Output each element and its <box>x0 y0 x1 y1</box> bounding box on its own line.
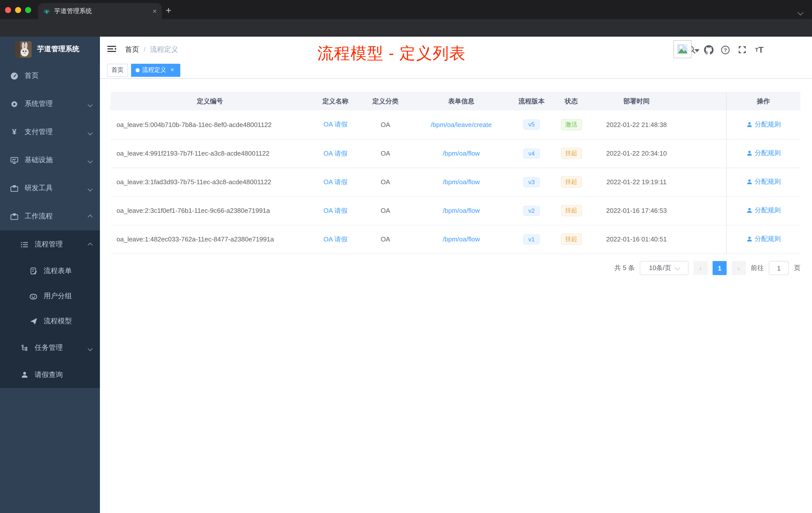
tab-close-icon[interactable]: × <box>153 7 157 15</box>
sidebar-logo-bar: 芋道管理系统 <box>0 37 100 62</box>
current-page-button[interactable]: 1 <box>713 261 727 275</box>
definition-name-link[interactable]: OA 请假 <box>323 235 347 243</box>
form-link[interactable]: /bpm/oa/flow <box>443 150 480 157</box>
definition-name-link[interactable]: OA 请假 <box>323 149 347 157</box>
font-size-icon[interactable]: TT <box>753 44 765 56</box>
top-navbar: 首页 / 流程定义 ? TT 流程模型 - 定义列表 <box>100 37 812 62</box>
sidebar-item-user-group[interactable]: 用户分组 <box>0 283 100 309</box>
next-page-button[interactable]: › <box>732 261 746 275</box>
breadcrumb-separator: / <box>144 45 146 54</box>
sidebar-item-label: 任务管理 <box>35 343 63 352</box>
version-badge: v5 <box>523 120 540 130</box>
sidebar-item-label: 基础设施 <box>25 156 53 164</box>
version-badge: v2 <box>523 206 540 216</box>
sidebar-item-process-mgmt[interactable]: 流程管理 <box>0 231 100 259</box>
cell-deploy-time: 2022-01-16 01:40:51 <box>592 225 680 253</box>
browser-tabstrip: 芋道管理系统 × + <box>0 0 812 19</box>
app-logo-rabbit <box>15 41 32 58</box>
sidebar-item-infra[interactable]: 基础设施 <box>0 146 100 174</box>
form-link[interactable]: /bpm/oa/flow <box>443 235 480 243</box>
sidebar-item-system[interactable]: 系统管理 <box>0 90 100 118</box>
form-link[interactable]: /bpm/oa/flow <box>443 178 480 186</box>
form-link[interactable]: /bpm/oa/flow <box>443 207 480 214</box>
sidebar-item-label: 流程管理 <box>35 240 63 249</box>
table-row: oa_leave:5:004b710b-7b8a-11ec-8ef0-acde4… <box>111 111 801 139</box>
definition-name-link[interactable]: OA 请假 <box>323 207 347 214</box>
yen-icon: ¥ <box>10 128 19 136</box>
github-icon[interactable] <box>702 44 715 56</box>
goto-page-input[interactable] <box>769 261 789 275</box>
avatar[interactable] <box>673 40 692 58</box>
zoom-window-button[interactable] <box>25 7 31 13</box>
col-header-ops: 操作 <box>726 92 801 111</box>
definition-name-link[interactable]: OA 请假 <box>323 178 347 185</box>
sidebar-item-leave-query[interactable]: 请假查询 <box>0 362 100 388</box>
assign-rule-link[interactable]: 分配规则 <box>746 235 781 244</box>
sidebar: 芋道管理系统 首页 系统管理 ¥ 支付管理 基础设施 <box>0 37 100 513</box>
assign-rule-label: 分配规则 <box>755 149 781 158</box>
assign-rule-link[interactable]: 分配规则 <box>746 120 781 129</box>
avatar-caret-icon[interactable] <box>695 49 699 52</box>
tab-search-chevron-icon[interactable] <box>799 7 803 12</box>
close-window-button[interactable] <box>5 7 11 13</box>
cell-deploy-time: 2022-01-22 21:48:38 <box>592 111 680 139</box>
dashboard-icon <box>10 71 19 80</box>
breadcrumb-current: 流程定义 <box>150 45 178 54</box>
tag-close-icon[interactable]: × <box>169 66 176 73</box>
sidebar-item-process-model[interactable]: 流程模型 <box>0 309 100 334</box>
pagination: 共 5 条 10条/页 ‹ 1 › 前往 页 <box>614 261 801 275</box>
col-header: 定义名称 <box>309 92 361 111</box>
status-badge: 激活 <box>561 119 582 130</box>
assign-rule-label: 分配规则 <box>755 177 781 186</box>
status-badge: 挂起 <box>561 205 582 216</box>
definition-name-link[interactable]: OA 请假 <box>323 121 347 128</box>
sidebar-item-payment[interactable]: ¥ 支付管理 <box>0 118 100 146</box>
col-header: 部署时间 <box>592 92 680 111</box>
assign-rule-link[interactable]: 分配规则 <box>746 177 781 186</box>
sidebar-item-label: 系统管理 <box>25 99 53 109</box>
sidebar-item-label: 研发工具 <box>25 184 53 193</box>
cell-definition-id: oa_leave:1:482ec033-762a-11ec-8477-a2380… <box>111 225 309 253</box>
sidebar-item-home[interactable]: 首页 <box>0 62 100 90</box>
tag-label: 流程定义 <box>142 66 166 74</box>
cell-category: OA <box>361 139 409 168</box>
chevron-down-icon <box>88 128 92 136</box>
table-row: oa_leave:1:482ec033-762a-11ec-8477-a2380… <box>111 225 801 253</box>
toolbox-icon <box>10 184 19 192</box>
fullscreen-icon[interactable] <box>736 44 748 56</box>
cell-definition-id: oa_leave:5:004b710b-7b8a-11ec-8ef0-acde4… <box>111 111 309 139</box>
table-row: oa_leave:3:1fad3d93-7b75-11ec-a3c8-acde4… <box>111 168 801 196</box>
toolbox-icon <box>10 212 19 221</box>
tag-home[interactable]: 首页 <box>107 63 128 77</box>
window-controls[interactable] <box>5 7 31 13</box>
table-row: oa_leave:2:3c1f0ef1-76b1-11ec-9c66-a2380… <box>111 196 801 225</box>
browser-tab[interactable]: 芋道管理系统 × <box>38 3 162 19</box>
form-link[interactable]: /bpm/oa/leave/create <box>431 121 492 128</box>
sidebar-collapse-icon[interactable] <box>107 45 116 53</box>
sidebar-item-task-mgmt[interactable]: 任务管理 <box>0 334 100 362</box>
prev-page-button[interactable]: ‹ <box>694 261 707 275</box>
app-title: 芋道管理系统 <box>37 45 79 54</box>
sidebar-item-workflow[interactable]: 工作流程 <box>0 202 100 231</box>
breadcrumb-home[interactable]: 首页 <box>125 45 139 54</box>
new-tab-button[interactable]: + <box>166 5 171 16</box>
assign-rule-label: 分配规则 <box>755 206 781 215</box>
help-icon[interactable]: ? <box>719 44 731 56</box>
sidebar-item-devtools[interactable]: 研发工具 <box>0 174 100 202</box>
page-size-select[interactable]: 10条/页 <box>640 261 689 275</box>
col-header: 表单信息 <box>409 92 513 111</box>
tag-process-definition[interactable]: 流程定义 × <box>131 63 180 77</box>
assign-rule-link[interactable]: 分配规则 <box>746 206 781 215</box>
assign-rule-link[interactable]: 分配规则 <box>746 149 781 158</box>
status-badge: 挂起 <box>561 148 582 159</box>
sidebar-item-label: 工作流程 <box>25 212 53 221</box>
form-icon <box>29 267 38 275</box>
sidebar-item-label: 首页 <box>25 71 39 80</box>
sidebar-item-process-form[interactable]: 流程表单 <box>0 259 100 283</box>
minimize-window-button[interactable] <box>15 7 21 13</box>
version-badge: v4 <box>523 148 540 158</box>
chevron-down-icon <box>88 184 92 192</box>
page-size-value: 10条/页 <box>649 264 671 273</box>
list-icon <box>20 240 29 249</box>
definition-table: 定义编号 定义名称 定义分类 表单信息 流程版本 状态 部署时间 操作 oa_l… <box>111 92 801 254</box>
